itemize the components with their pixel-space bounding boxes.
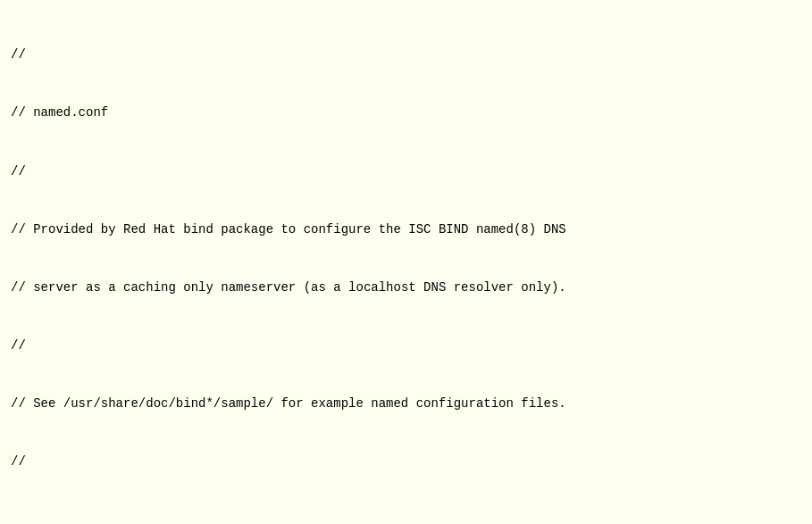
line-9: [11, 511, 801, 524]
line-4: // Provided by Red Hat bind package to c…: [11, 220, 801, 240]
line-8: //: [11, 453, 801, 472]
code-editor: // // named.conf // // Provided by Red H…: [0, 0, 812, 524]
line-1: //: [11, 46, 801, 65]
line-5: // server as a caching only nameserver (…: [11, 279, 801, 298]
line-6: //: [11, 337, 801, 356]
line-3: //: [11, 162, 801, 182]
line-7: // See /usr/share/doc/bind*/sample/ for …: [11, 395, 801, 414]
line-2: // named.conf: [11, 104, 801, 123]
